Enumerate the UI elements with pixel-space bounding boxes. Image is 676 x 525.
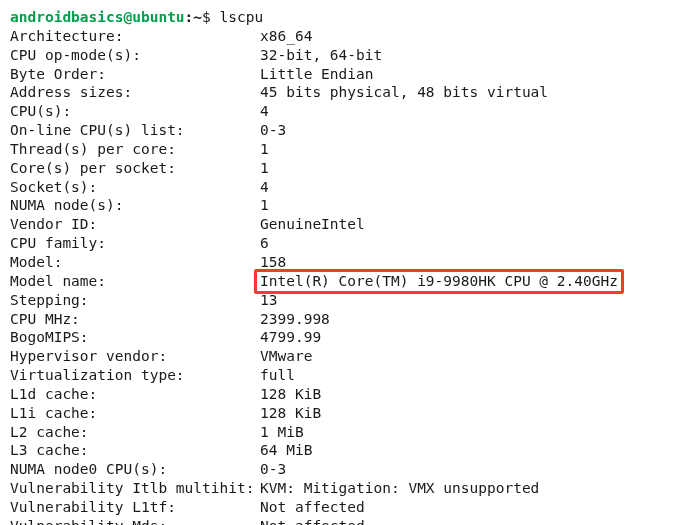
output-value: KVM: Mitigation: VMX unsupported	[260, 479, 539, 498]
output-row: L2 cache:1 MiB	[10, 423, 666, 442]
output-key: Architecture:	[10, 27, 260, 46]
output-value: 128 KiB	[260, 404, 321, 423]
output-row: L1d cache:128 KiB	[10, 385, 666, 404]
output-key: Model name:	[10, 272, 260, 291]
output-row: NUMA node0 CPU(s):0-3	[10, 460, 666, 479]
output-key: BogoMIPS:	[10, 328, 260, 347]
output-key: L3 cache:	[10, 441, 260, 460]
output-row: Architecture:x86_64	[10, 27, 666, 46]
output-value: 1	[260, 140, 269, 159]
output-key: Vulnerability Itlb multihit:	[10, 479, 260, 498]
output-key: L2 cache:	[10, 423, 260, 442]
prompt-line: androidbasics@ubuntu:~$ lscpu	[10, 8, 666, 27]
output-row: CPU family:6	[10, 234, 666, 253]
lscpu-rows: Architecture:x86_64CPU op-mode(s):32-bit…	[10, 27, 666, 525]
highlighted-value: Intel(R) Core(TM) i9-9980HK CPU @ 2.40GH…	[260, 272, 618, 291]
output-row: Socket(s):4	[10, 178, 666, 197]
output-key: L1i cache:	[10, 404, 260, 423]
output-value: x86_64	[260, 27, 312, 46]
output-value: 6	[260, 234, 269, 253]
output-value: 0-3	[260, 121, 286, 140]
output-value: 158	[260, 253, 286, 272]
output-row: Model:158	[10, 253, 666, 272]
output-row: On-line CPU(s) list:0-3	[10, 121, 666, 140]
output-row: Byte Order:Little Endian	[10, 65, 666, 84]
output-key: Hypervisor vendor:	[10, 347, 260, 366]
prompt-dollar: $	[202, 9, 211, 25]
terminal-output: androidbasics@ubuntu:~$ lscpu Architectu…	[0, 0, 676, 525]
output-value: 0-3	[260, 460, 286, 479]
output-value: 1	[260, 196, 269, 215]
output-key: Stepping:	[10, 291, 260, 310]
output-row: Hypervisor vendor:VMware	[10, 347, 666, 366]
output-value: 128 KiB	[260, 385, 321, 404]
output-row: Vendor ID:GenuineIntel	[10, 215, 666, 234]
output-value: 45 bits physical, 48 bits virtual	[260, 83, 548, 102]
output-key: L1d cache:	[10, 385, 260, 404]
output-value: VMware	[260, 347, 312, 366]
output-key: Vulnerability L1tf:	[10, 498, 260, 517]
prompt-cwd: ~	[193, 9, 202, 25]
output-row: Stepping:13	[10, 291, 666, 310]
output-row: Core(s) per socket:1	[10, 159, 666, 178]
output-row: BogoMIPS:4799.99	[10, 328, 666, 347]
output-key: Core(s) per socket:	[10, 159, 260, 178]
output-key: NUMA node(s):	[10, 196, 260, 215]
output-key: CPU(s):	[10, 102, 260, 121]
output-value: 4799.99	[260, 328, 321, 347]
output-row: NUMA node(s):1	[10, 196, 666, 215]
output-value: Intel(R) Core(TM) i9-9980HK CPU @ 2.40GH…	[260, 272, 618, 291]
output-row: L1i cache:128 KiB	[10, 404, 666, 423]
output-row: Address sizes:45 bits physical, 48 bits …	[10, 83, 666, 102]
command: lscpu	[220, 9, 264, 25]
output-key: Vulnerability Mds:	[10, 517, 260, 525]
output-row: Thread(s) per core:1	[10, 140, 666, 159]
output-row: Virtualization type:full	[10, 366, 666, 385]
output-key: On-line CPU(s) list:	[10, 121, 260, 140]
output-row: CPU(s):4	[10, 102, 666, 121]
output-value: 2399.998	[260, 310, 330, 329]
output-row: Vulnerability Itlb multihit:KVM: Mitigat…	[10, 479, 666, 498]
output-row: Model name:Intel(R) Core(TM) i9-9980HK C…	[10, 272, 666, 291]
output-key: Byte Order:	[10, 65, 260, 84]
output-key: Thread(s) per core:	[10, 140, 260, 159]
output-value: 4	[260, 102, 269, 121]
prompt-user-host: androidbasics@ubuntu	[10, 9, 185, 25]
output-key: Model:	[10, 253, 260, 272]
output-key: CPU MHz:	[10, 310, 260, 329]
output-value: 32-bit, 64-bit	[260, 46, 382, 65]
output-value: Little Endian	[260, 65, 374, 84]
output-value: Not affected	[260, 517, 365, 525]
output-value: 4	[260, 178, 269, 197]
output-row: L3 cache:64 MiB	[10, 441, 666, 460]
output-value: 1	[260, 159, 269, 178]
output-value: GenuineIntel	[260, 215, 365, 234]
output-key: NUMA node0 CPU(s):	[10, 460, 260, 479]
output-key: Address sizes:	[10, 83, 260, 102]
output-value: 1 MiB	[260, 423, 304, 442]
output-value: full	[260, 366, 295, 385]
output-value: 64 MiB	[260, 441, 312, 460]
output-value: 13	[260, 291, 277, 310]
output-row: CPU op-mode(s):32-bit, 64-bit	[10, 46, 666, 65]
output-key: CPU op-mode(s):	[10, 46, 260, 65]
output-key: CPU family:	[10, 234, 260, 253]
output-row: Vulnerability Mds:Not affected	[10, 517, 666, 525]
output-row: Vulnerability L1tf:Not affected	[10, 498, 666, 517]
output-value: Not affected	[260, 498, 365, 517]
output-key: Vendor ID:	[10, 215, 260, 234]
output-key: Socket(s):	[10, 178, 260, 197]
output-row: CPU MHz:2399.998	[10, 310, 666, 329]
output-key: Virtualization type:	[10, 366, 260, 385]
